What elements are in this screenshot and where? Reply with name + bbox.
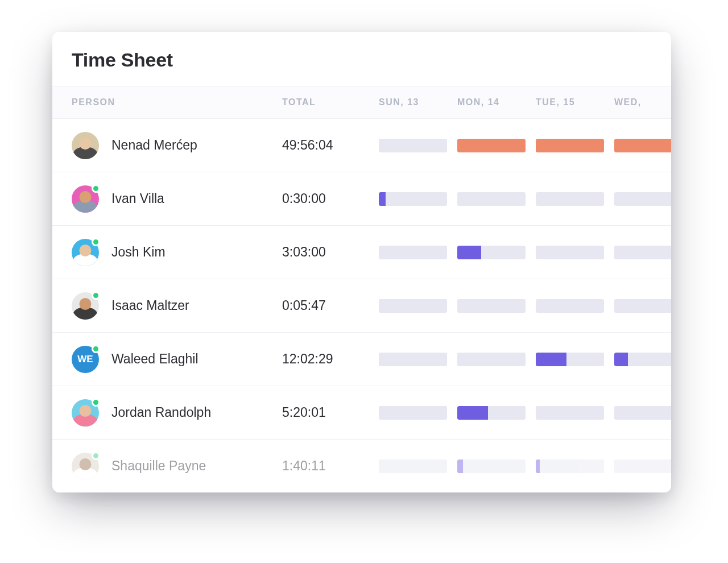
person-name[interactable]: Nenad Merćep (111, 138, 197, 153)
person-cell[interactable]: Josh Kim (72, 239, 282, 266)
column-total: TOTAL (282, 97, 379, 107)
day-bar (457, 246, 526, 259)
person-cell[interactable]: WEWaleed Elaghil (72, 346, 282, 373)
presence-indicator-icon (92, 398, 100, 407)
avatar[interactable] (72, 239, 99, 266)
person-name[interactable]: Jordan Randolph (111, 405, 211, 420)
day-bar (614, 299, 671, 313)
day-bar-fill (457, 459, 463, 473)
day-bar-cell[interactable] (457, 246, 536, 259)
day-bar (457, 192, 526, 206)
table-row[interactable]: Ivan Villa0:30:00 (52, 172, 671, 226)
avatar[interactable]: WE (72, 346, 99, 373)
table-row[interactable]: Shaquille Payne1:40:11 (52, 440, 671, 492)
day-bar (536, 192, 604, 206)
person-cell[interactable]: Jordan Randolph (72, 399, 282, 427)
day-bar (457, 406, 526, 420)
person-name[interactable]: Josh Kim (111, 245, 166, 260)
day-bar (457, 299, 526, 313)
column-day-wed[interactable]: WED, (614, 97, 671, 107)
day-bar-cell[interactable] (536, 139, 614, 152)
avatar[interactable] (72, 292, 99, 320)
day-bar (536, 299, 604, 313)
day-bar (614, 192, 671, 206)
day-bar-cell[interactable] (614, 192, 671, 206)
column-day-sun[interactable]: SUN, 13 (379, 97, 457, 107)
day-bar (536, 246, 604, 259)
day-bar-cell[interactable] (379, 139, 457, 152)
page-title: Time Sheet (52, 32, 671, 86)
table-row[interactable]: Nenad Merćep49:56:04 (52, 119, 671, 172)
table-row[interactable]: Josh Kim3:03:00 (52, 226, 671, 279)
day-bar-cell[interactable] (379, 246, 457, 259)
day-bar-cell[interactable] (457, 192, 536, 206)
total-time: 0:30:00 (282, 191, 379, 206)
avatar[interactable] (72, 453, 99, 480)
day-bar-cell[interactable] (536, 406, 614, 420)
person-cell[interactable]: Isaac Maltzer (72, 292, 282, 320)
total-time: 0:05:47 (282, 298, 379, 313)
person-name[interactable]: Ivan Villa (111, 191, 164, 206)
day-bar (614, 246, 671, 259)
day-bar (536, 353, 604, 366)
person-name[interactable]: Isaac Maltzer (111, 298, 189, 313)
person-name[interactable]: Waleed Elaghil (111, 351, 198, 367)
presence-indicator-icon (92, 238, 100, 246)
day-bar (614, 353, 671, 366)
day-bar-cell[interactable] (536, 246, 614, 259)
day-bar (457, 459, 526, 473)
total-time: 12:02:29 (282, 351, 379, 367)
day-bar-cell[interactable] (379, 299, 457, 313)
day-bar-cell[interactable] (614, 299, 671, 313)
person-name[interactable]: Shaquille Payne (111, 458, 206, 474)
avatar[interactable] (72, 399, 99, 427)
day-bar-cell[interactable] (536, 353, 614, 366)
day-bar-fill (379, 192, 386, 206)
day-bar-cell[interactable] (614, 459, 671, 473)
presence-indicator-icon (92, 291, 100, 300)
day-bar-cell[interactable] (379, 192, 457, 206)
day-bar-cell[interactable] (536, 192, 614, 206)
presence-indicator-icon (92, 345, 100, 353)
day-bar (379, 246, 447, 259)
day-bar-fill (457, 406, 488, 420)
total-time: 49:56:04 (282, 138, 379, 153)
person-cell[interactable]: Nenad Merćep (72, 132, 282, 159)
day-bar-cell[interactable] (536, 299, 614, 313)
day-bar-cell[interactable] (379, 353, 457, 366)
day-bar-cell[interactable] (614, 246, 671, 259)
person-cell[interactable]: Shaquille Payne (72, 453, 282, 480)
day-bar-cell[interactable] (614, 139, 671, 152)
day-bar-cell[interactable] (536, 459, 614, 473)
day-bar-cell[interactable] (379, 406, 457, 420)
avatar[interactable] (72, 132, 99, 159)
day-bar-fill (536, 139, 604, 152)
presence-indicator-icon (92, 184, 100, 193)
table-row[interactable]: Jordan Randolph5:20:01 (52, 386, 671, 440)
day-bar (614, 139, 671, 152)
day-bar-cell[interactable] (457, 459, 536, 473)
total-time: 3:03:00 (282, 245, 379, 260)
day-bar-fill (536, 459, 540, 473)
day-bar-cell[interactable] (457, 406, 536, 420)
day-bar-cell[interactable] (457, 353, 536, 366)
day-bar (457, 353, 526, 366)
day-bar (536, 139, 604, 152)
column-day-tue[interactable]: TUE, 15 (536, 97, 614, 107)
column-day-mon[interactable]: MON, 14 (457, 97, 536, 107)
day-bar-cell[interactable] (457, 139, 536, 152)
person-cell[interactable]: Ivan Villa (72, 185, 282, 213)
avatar[interactable] (72, 185, 99, 213)
day-bar (614, 406, 671, 420)
day-bar-cell[interactable] (379, 459, 457, 473)
timesheet-card: Time Sheet PERSON TOTAL SUN, 13 MON, 14 … (52, 32, 671, 492)
column-header-row: PERSON TOTAL SUN, 13 MON, 14 TUE, 15 WED… (52, 86, 671, 119)
day-bar-cell[interactable] (457, 299, 536, 313)
day-bar-cell[interactable] (614, 353, 671, 366)
day-bar (614, 459, 671, 473)
day-bar-fill (457, 246, 481, 259)
table-row[interactable]: Isaac Maltzer0:05:47 (52, 279, 671, 333)
table-row[interactable]: WEWaleed Elaghil12:02:29 (52, 333, 671, 386)
day-bar-cell[interactable] (614, 406, 671, 420)
day-bar (379, 406, 447, 420)
